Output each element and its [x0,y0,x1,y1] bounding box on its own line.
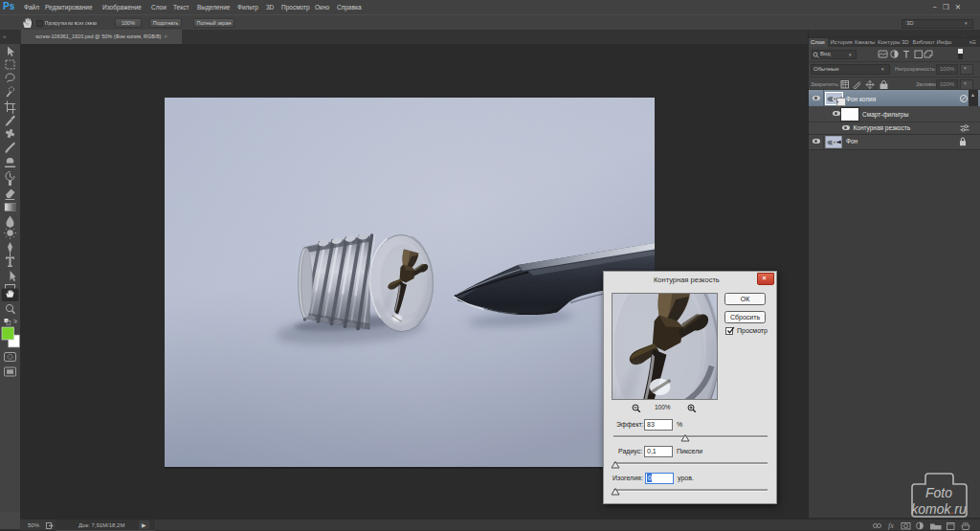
svg-text:komok.ru: komok.ru [911,501,967,517]
svg-text:fx: fx [888,521,894,530]
svg-text:Foto: Foto [925,485,952,500]
